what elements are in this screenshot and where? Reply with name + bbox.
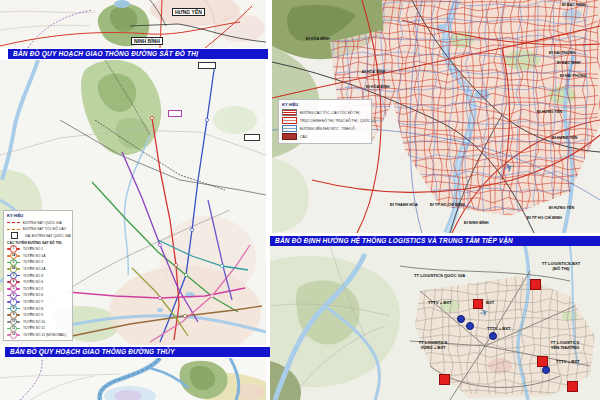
logistics-center-marker (530, 279, 541, 290)
logistics-label-yen-thuong: TT LOGISTICS YÊN THƯỜNG (540, 340, 590, 350)
map-label-ninh-binh: NINH BÌNH (131, 37, 163, 45)
metro-line-swatch: 5 (7, 288, 20, 290)
legend-row-regional-road: ĐƯỜNG LIÊN KHU VỰC - TỈNH LỘ (282, 125, 368, 133)
high-speed-rail-swatch (7, 229, 20, 230)
edge-label: ĐI TP HỒ CHÍ MINH (527, 216, 562, 220)
regional-road-swatch (282, 125, 297, 132)
logistics-label-line: YÊN THƯỜNG (551, 345, 580, 350)
metro-line-swatch: 4 (7, 281, 20, 283)
regional-rail-map-fragment: HƯNG YÊN NINH BÌNH (0, 0, 266, 48)
logistics-label-tttv-bxt: TTTV + BXT (428, 300, 452, 305)
logistics-label-bxt-urban: TT LOGISTICS-BXT (ĐÔ THỊ) (530, 261, 592, 271)
station-icon (11, 232, 18, 239)
legend-row-arterial: TRỤC CHÍNH ĐÔ THỊ, TRỤC ĐÔ THỊ - QUỐC LỘ (282, 117, 368, 125)
transfer-point-marker (457, 315, 465, 323)
legend-row-metro-line: 11 TUYẾN SỐ 11 (7, 325, 69, 332)
arterial-swatch (282, 117, 297, 124)
edge-label: ĐI BẮC NINH (557, 61, 580, 65)
national-rail-swatch (7, 222, 20, 223)
legend-row-metro-line: 5 TUYẾN SỐ 5 (7, 285, 69, 292)
logistics-label-vung-bxt: TT LOGISTICS VÙNG + BXT (408, 340, 458, 350)
metro-line-swatch: 8 (7, 308, 20, 310)
metro-line-swatch: 2A (7, 268, 20, 270)
logistics-label-tttv-bxt: TTTV + BXT (556, 359, 580, 364)
edge-label: ĐI HƯNG YÊN (552, 136, 577, 140)
metro-line-swatch: 2 (7, 262, 20, 264)
metro-line-swatch: 3 (7, 275, 20, 277)
roads-legend-title: KÝ HIỆU (282, 102, 368, 107)
micro-map-label (198, 62, 216, 69)
banner-metro-map-title: BẢN ĐỒ QUY HOẠCH GIAO THÔNG ĐƯỜNG SẮT ĐÔ… (8, 49, 268, 59)
transfer-point-marker (489, 332, 497, 340)
planning-maps-poster: HƯNG YÊN NINH BÌNH BẢN ĐỒ QUY HOẠCH GIAO… (0, 0, 600, 400)
roads-legend: KÝ HIỆU ĐƯỜNG CAO TỐC, CAO TỐC ĐÔ THỊ TR… (278, 99, 372, 144)
waterway-map-canvas (0, 358, 266, 400)
legend-row-metro-line: 3 TUYẾN SỐ 3 (7, 272, 69, 279)
legend-row-station: GA, ĐƯỜNG SẮT QUỐC GIA (7, 233, 69, 240)
legend-row-metro-line: 9 TUYẾN SỐ 9 (7, 312, 69, 319)
legend-row-bridge: CẦU (282, 133, 368, 141)
legend-row-metro-header: CÁC TUYẾN ĐƯỜNG SẮT ĐÔ THỊ: (7, 239, 69, 246)
metro-line-swatch: 10 (7, 321, 20, 323)
metro-line-swatch: 11 (7, 328, 20, 330)
expressway-swatch (282, 109, 297, 116)
metro-legend: KÝ HIỆU ĐƯỜNG SẮT QUỐC GIA ĐƯỜNG SẮT TỐC… (3, 210, 73, 341)
metro-line-swatch: 1 (7, 248, 20, 250)
metro-line-swatch: 12 (7, 334, 20, 336)
micro-map-label (244, 134, 260, 141)
logistics-label-national: TT LOGISTICS QUỐC GIA (414, 273, 465, 278)
edge-label: ĐI HƯNG YÊN (549, 206, 574, 210)
edge-label: ĐI HÒA BÌNH (362, 70, 385, 74)
legend-row-metro-line: 6 TUYẾN SỐ 6 (7, 292, 69, 299)
logistics-label-bxt: BXT (486, 300, 494, 305)
legend-row-metro-line: 10 TUYẾN SỐ 10 (7, 318, 69, 325)
legend-row-metro-line: 4 TUYẾN SỐ 4 (7, 279, 69, 286)
transfer-point-marker (466, 322, 474, 330)
edge-label: ĐI BẮC NINH (562, 3, 585, 7)
edge-label: ĐI HẢI PHÒNG (549, 51, 575, 55)
legend-row-metro-line: 2 TUYẾN SỐ 2 (7, 259, 69, 266)
metro-line-number: 12 (10, 331, 17, 338)
micro-map-label (168, 110, 182, 117)
banner-waterway-map-title: BẢN ĐỒ QUY HOẠCH GIAO THÔNG ĐƯỜNG THỦY (5, 347, 270, 357)
transfer-point-marker (542, 366, 550, 374)
legend-row-metro-line: 2A TUYẾN SỐ 2A (7, 266, 69, 273)
legend-row-metro-line: 8 TUYẾN SỐ 8 (7, 305, 69, 312)
metro-legend-title: KÝ HIỆU (7, 213, 69, 218)
legend-row-expressway: ĐƯỜNG CAO TỐC, CAO TỐC ĐÔ THỊ (282, 109, 368, 117)
edge-label: ĐI HẢI PHÒNG (560, 74, 586, 78)
map-label-hung-yen: HƯNG YÊN (172, 8, 205, 16)
metro-line-swatch: 1A (7, 255, 20, 257)
edge-label: ĐI HÒA BÌNH (306, 37, 329, 41)
legend-row-metro-line: 7 TUYẾN SỐ 7 (7, 299, 69, 306)
metro-map: KÝ HIỆU ĐƯỜNG SẮT QUỐC GIA ĐƯỜNG SẮT TỐC… (0, 60, 266, 345)
legend-row-national-rail: ĐƯỜNG SẮT QUỐC GIA (7, 220, 69, 227)
edge-label: ĐI HƯNG YÊN (537, 110, 562, 114)
edge-label: ĐI TP HỒ CHÍ MINH (430, 203, 465, 207)
legend-row-metro-line: 1 TUYẾN SỐ 1 (7, 246, 69, 253)
metro-line-list: 1 TUYẾN SỐ 1 1A TUYẾN SỐ 1A 2 (7, 246, 69, 338)
logistics-center-marker (473, 299, 483, 309)
legend-row-metro-line: 1A TUYẾN SỐ 1A (7, 252, 69, 259)
legend-row-metro-line: 12 TUYẾN SỐ 12 (MONORAIL) (7, 332, 69, 339)
edge-label: ĐI THANH HÓA (390, 203, 418, 207)
logistics-label-line: VÙNG + BXT (420, 345, 445, 350)
banner-logistics-map-title: BẢN ĐỒ ĐỊNH HƯỚNG HỆ THỐNG LOGISTICS VÀ … (270, 236, 600, 246)
bridge-swatch (282, 133, 297, 140)
logistics-center-marker (567, 381, 578, 392)
logistics-label-line: (ĐÔ THỊ) (553, 266, 570, 271)
metro-line-swatch: 7 (7, 301, 20, 303)
metro-line-swatch: 9 (7, 314, 20, 316)
metro-line-swatch: 6 (7, 295, 20, 297)
edge-label: ĐI HÒA BÌNH (366, 85, 389, 89)
waterway-map-fragment (0, 358, 266, 400)
logistics-label-tttv-bxt: TTTV + BXT (487, 326, 511, 331)
edge-label: ĐI NINH BÌNH (464, 221, 488, 225)
logistics-center-marker (439, 374, 450, 385)
